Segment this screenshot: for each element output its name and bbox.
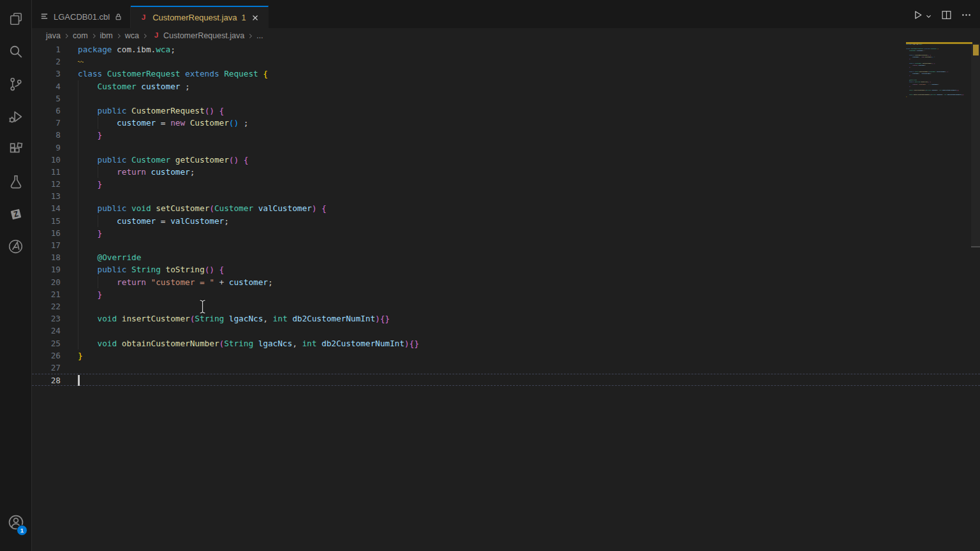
code-line[interactable]: 10 public Customer getCustomer() { [32, 154, 980, 166]
split-editor-button[interactable] [941, 10, 952, 23]
line-number: 11 [32, 166, 61, 178]
code-line[interactable]: 28 [32, 374, 980, 386]
line-number: 17 [32, 239, 61, 251]
tab-customerrequest[interactable]: J CustomerRequest.java 1 [131, 6, 269, 28]
breadcrumb-item[interactable]: java [46, 31, 61, 40]
indent-guide [98, 117, 98, 129]
code-line[interactable]: 25 void obtainCustomerNumber(String lgac… [32, 337, 980, 349]
line-number: 16 [32, 227, 61, 239]
split-editor-icon [941, 10, 952, 23]
run-debug-icon [8, 109, 24, 127]
breadcrumb-item[interactable]: JCustomerRequest.java [151, 30, 244, 41]
activity-item-run-and-debug[interactable] [0, 101, 31, 134]
code-line[interactable]: 13 [32, 190, 980, 202]
line-number: 1 [32, 43, 61, 55]
breadcrumb-item[interactable]: ... [256, 31, 263, 40]
code-line[interactable]: 23 void insertCustomer(String lgacNcs, i… [32, 312, 980, 325]
code-line[interactable]: 12 } [32, 178, 980, 190]
extensions-icon [8, 142, 24, 159]
line-number: 15 [32, 215, 61, 227]
line-number: 14 [32, 202, 61, 214]
code-line[interactable]: 24 [32, 325, 980, 337]
line-number: 23 [32, 312, 61, 325]
indent-guide [78, 276, 78, 288]
code-line[interactable]: 5 [32, 92, 980, 105]
code-line[interactable]: 4 Customer customer ; [32, 80, 980, 92]
java-file-icon: J [138, 12, 148, 24]
code-line[interactable]: 8 } [32, 129, 980, 141]
code-line[interactable]: 11 return customer; [32, 166, 980, 178]
search-icon [8, 44, 24, 62]
code-line[interactable]: 15 customer = valCustomer; [32, 215, 980, 227]
ellipsis-icon [961, 10, 972, 23]
code-line[interactable]: 22 [32, 300, 980, 312]
beaker-icon [8, 174, 24, 192]
code-line[interactable]: 27 [32, 362, 980, 374]
breadcrumb-item[interactable]: wca [125, 31, 139, 40]
text-caret [78, 375, 80, 386]
minimap[interactable]: package com.ibm.wca; class CustomerReque… [906, 43, 972, 120]
code-line[interactable]: 1package com.ibm.wca; [32, 43, 980, 55]
scrollbar[interactable] [971, 43, 980, 247]
indent-guide [98, 215, 98, 227]
line-number: 28 [32, 374, 61, 385]
code-line[interactable]: 18 @Override [32, 251, 980, 263]
indent-guide [78, 227, 78, 239]
code-line[interactable]: 16 } [32, 227, 980, 239]
code-line[interactable]: 7 customer = new Customer() ; [32, 117, 980, 129]
activity-item-zowe-explorer[interactable]: Z [0, 199, 31, 231]
code-line[interactable]: 26} [32, 349, 980, 362]
indent-guide [78, 105, 78, 117]
activity-item-explorer[interactable] [0, 4, 31, 36]
line-number: 12 [32, 178, 61, 190]
code-line[interactable]: 21 } [32, 288, 980, 300]
line-number: 7 [32, 117, 61, 129]
run-button[interactable] [912, 10, 932, 23]
indent-guide [98, 166, 98, 178]
breadcrumb: javacomibmwcaJCustomerRequest.java... [32, 28, 980, 43]
line-number: 5 [32, 92, 61, 105]
svg-text:J: J [142, 13, 146, 21]
indent-guide [78, 312, 78, 325]
activity-item-testing[interactable] [0, 166, 31, 199]
line-number: 22 [32, 300, 61, 312]
account-badge: 1 [17, 525, 27, 536]
code-line[interactable]: 3class CustomerRequest extends Request { [32, 68, 980, 80]
code-line[interactable]: 17 [32, 239, 980, 251]
wca-icon [8, 239, 24, 257]
line-number: 26 [32, 349, 61, 362]
code-editor[interactable]: 1package com.ibm.wca;23class CustomerReq… [32, 43, 980, 386]
activity-item-extensions[interactable] [0, 134, 31, 166]
indent-guide [78, 178, 78, 190]
indent-guide [78, 239, 78, 251]
code-line[interactable]: 14 public void setCustomer(Customer valC… [32, 202, 980, 214]
breadcrumb-item[interactable]: ibm [100, 31, 113, 40]
code-line[interactable]: 19 public String toString() { [32, 263, 980, 276]
indent-guide [78, 92, 78, 105]
line-number: 9 [32, 142, 61, 154]
code-line[interactable]: 9 [32, 142, 980, 154]
indent-guide [78, 166, 78, 178]
more-actions-button[interactable] [961, 10, 972, 23]
line-number: 21 [32, 288, 61, 300]
account-button[interactable]: 1 [0, 507, 31, 540]
chevron-right-icon [63, 33, 70, 40]
line-number: 8 [32, 129, 61, 141]
editor-group: LGACDB01.cbl J CustomerRequest.java 1 ja… [32, 0, 980, 551]
files-icon [8, 11, 24, 29]
code-line[interactable]: 2 [32, 55, 980, 68]
line-number: 24 [32, 325, 61, 337]
code-line[interactable]: 6 public CustomerRequest() { [32, 105, 980, 117]
java-file-icon: J [151, 30, 161, 41]
line-number: 10 [32, 154, 61, 166]
chevron-down-icon[interactable] [925, 11, 932, 22]
line-number: 3 [32, 68, 61, 80]
activity-item-source-control[interactable] [0, 69, 31, 101]
code-line[interactable]: 20 return "customer = " + customer; [32, 276, 980, 288]
tab-lgacdb01[interactable]: LGACDB01.cbl [32, 6, 131, 28]
breadcrumb-item[interactable]: com [73, 31, 88, 40]
indent-guide [78, 154, 78, 166]
activity-item-watsonx-code-assistant[interactable] [0, 231, 31, 264]
close-icon[interactable] [250, 13, 260, 23]
activity-item-search[interactable] [0, 36, 31, 69]
